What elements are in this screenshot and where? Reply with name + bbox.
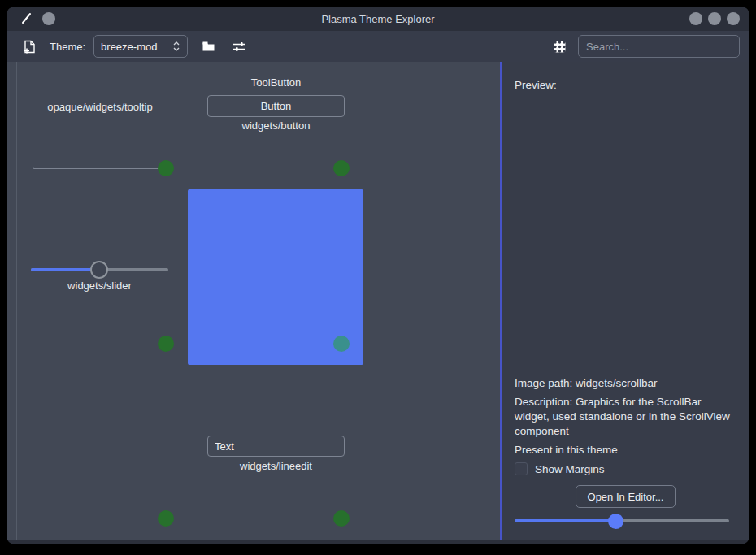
show-margins-checkbox[interactable] (515, 462, 528, 475)
close-button[interactable] (727, 12, 740, 25)
tooltip-preview-label: opaque/widgets/tooltip (47, 101, 152, 113)
titlebar: Plasma Theme Explorer (7, 7, 749, 31)
theme-label: Theme: (50, 41, 85, 53)
tooltip-preview-box[interactable]: opaque/widgets/tooltip (33, 62, 167, 169)
marker-dot (333, 160, 350, 176)
maximize-button[interactable] (708, 12, 721, 25)
film-frame-icon[interactable] (553, 40, 567, 54)
lineedit-preview[interactable] (207, 436, 345, 457)
marker-dot (333, 510, 350, 527)
description-text: Description: Graphics for the ScrollBar … (515, 395, 736, 439)
image-path-text: Image path: widgets/scrollbar (515, 377, 658, 389)
slider-preview-fill (31, 268, 99, 271)
present-status-text: Present in this theme (515, 444, 618, 456)
button-preview[interactable]: Button (207, 95, 345, 117)
window-menu-button[interactable] (42, 12, 55, 25)
minimize-button[interactable] (689, 12, 702, 25)
marker-dot (158, 510, 174, 527)
theme-combobox[interactable]: breeze-mod (93, 35, 188, 58)
pencil-icon[interactable] (20, 11, 34, 26)
toolbutton-caption: ToolButton (207, 76, 345, 89)
app-window: Plasma Theme Explorer Theme: breeze-mod (7, 7, 749, 544)
theme-combobox-value: breeze-mod (101, 41, 172, 53)
toolbar: Theme: breeze-mod (7, 31, 749, 62)
chevron-updown-icon (172, 40, 180, 53)
lineedit-caption: widgets/lineedit (207, 460, 345, 472)
adjust-sliders-icon[interactable] (232, 40, 246, 54)
info-panel: Preview: Image path: widgets/scrollbar D… (502, 62, 749, 540)
show-margins-row: Show Margins (515, 462, 605, 475)
open-in-editor-button[interactable]: Open In Editor... (576, 485, 676, 508)
marker-dot (158, 336, 174, 352)
button-caption: widgets/button (207, 119, 345, 132)
slider-caption: widgets/slider (31, 280, 168, 292)
panel-slider-fill (515, 519, 615, 522)
show-margins-label: Show Margins (535, 463, 605, 475)
preview-label: Preview: (515, 79, 557, 91)
search-input[interactable] (578, 35, 740, 58)
new-document-icon[interactable] (23, 40, 37, 54)
marker-dot-teal (333, 336, 350, 352)
window-title: Plasma Theme Explorer (7, 13, 749, 25)
panel-slider-handle[interactable] (608, 514, 623, 529)
theme-canvas: opaque/widgets/tooltip ToolButton Button… (7, 62, 500, 540)
slider-preview-handle[interactable] (90, 261, 108, 279)
folder-open-icon[interactable] (202, 40, 215, 54)
clipped-item-border (16, 62, 17, 540)
marker-dot (158, 160, 174, 176)
